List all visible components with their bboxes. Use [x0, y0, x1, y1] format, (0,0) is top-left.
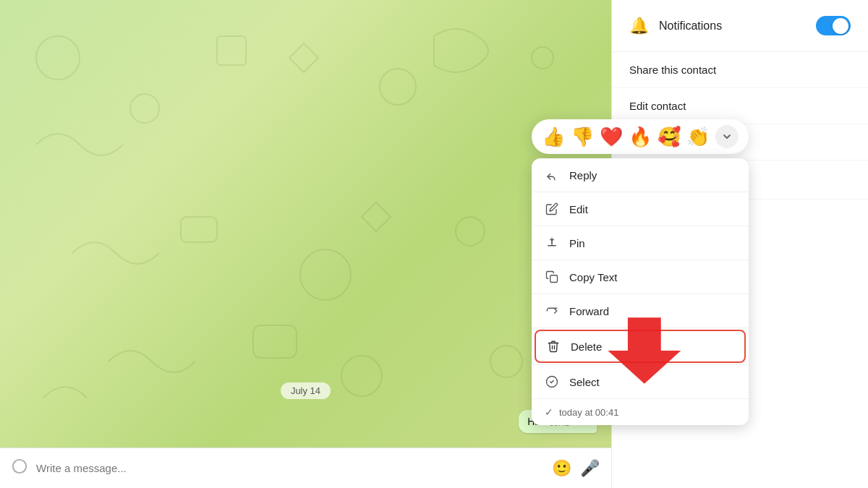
- date-badge: July 14: [14, 382, 597, 399]
- pin-icon: [545, 236, 559, 250]
- notifications-toggle[interactable]: [816, 16, 851, 35]
- context-menu: Reply Edit Pin: [532, 158, 749, 425]
- emoji-heart[interactable]: ❤️: [600, 126, 623, 148]
- emoji-more-button[interactable]: [715, 125, 739, 148]
- emoji-smiling-face[interactable]: 🥰: [658, 126, 681, 148]
- timestamp-row: ✓ today at 00:41: [532, 399, 749, 425]
- menu-label-delete: Delete: [571, 341, 602, 353]
- edit-icon: [545, 202, 559, 216]
- message-input[interactable]: [36, 462, 543, 474]
- menu-label-reply: Reply: [569, 169, 597, 181]
- chat-input-bar: 🙂 🎤: [0, 448, 611, 488]
- trash-icon: [546, 339, 561, 354]
- forward-icon: [545, 304, 559, 318]
- menu-label-copy-text: Copy Text: [569, 271, 617, 283]
- notifications-label: Notifications: [659, 20, 806, 33]
- menu-label-pin: Pin: [569, 237, 585, 249]
- bell-icon: 🔔: [629, 17, 649, 35]
- attach-icon: [12, 458, 27, 478]
- svg-point-15: [13, 460, 26, 473]
- menu-label-forward: Forward: [569, 305, 609, 317]
- sidebar-item-share-contact[interactable]: Share this contact: [612, 52, 868, 88]
- share-contact-label: Share this contact: [629, 64, 716, 76]
- voice-button[interactable]: 🎤: [580, 459, 600, 478]
- context-menu-container: 👍 👎 ❤️ 🔥 🥰 👏 Reply: [532, 119, 749, 425]
- timestamp-text: today at 00:41: [559, 407, 618, 418]
- select-icon: [545, 374, 559, 389]
- menu-item-pin[interactable]: Pin: [532, 226, 749, 260]
- emoji-clap[interactable]: 👏: [686, 126, 710, 148]
- toggle-knob: [833, 18, 848, 34]
- menu-label-edit: Edit: [569, 203, 588, 215]
- edit-contact-label: Edit contact: [629, 100, 686, 112]
- chat-area: July 14 Hihi 00:41 ✓✓ 👍 👎 ❤️ 🔥 🥰 👏: [0, 0, 611, 488]
- date-badge-text: July 14: [281, 382, 331, 399]
- menu-item-edit[interactable]: Edit: [532, 192, 749, 226]
- menu-item-reply[interactable]: Reply: [532, 158, 749, 192]
- timestamp-check-icon: ✓: [545, 406, 553, 418]
- menu-item-forward[interactable]: Forward: [532, 294, 749, 328]
- copy-icon: [545, 270, 559, 284]
- reply-icon: [545, 168, 559, 182]
- chat-messages: July 14 Hihi 00:41 ✓✓: [0, 0, 611, 448]
- emoji-reaction-bar: 👍 👎 ❤️ 🔥 🥰 👏: [532, 119, 749, 154]
- menu-item-delete[interactable]: Delete: [535, 330, 746, 363]
- menu-label-select: Select: [569, 376, 600, 388]
- notifications-row: 🔔 Notifications: [612, 0, 868, 52]
- menu-item-copy-text[interactable]: Copy Text: [532, 260, 749, 294]
- emoji-thumbs-down[interactable]: 👎: [571, 126, 594, 148]
- emoji-thumbs-up[interactable]: 👍: [542, 126, 565, 148]
- emoji-button[interactable]: 🙂: [552, 459, 571, 478]
- emoji-fire[interactable]: 🔥: [629, 126, 652, 148]
- svg-rect-12: [550, 275, 558, 283]
- menu-item-select[interactable]: Select: [532, 365, 749, 398]
